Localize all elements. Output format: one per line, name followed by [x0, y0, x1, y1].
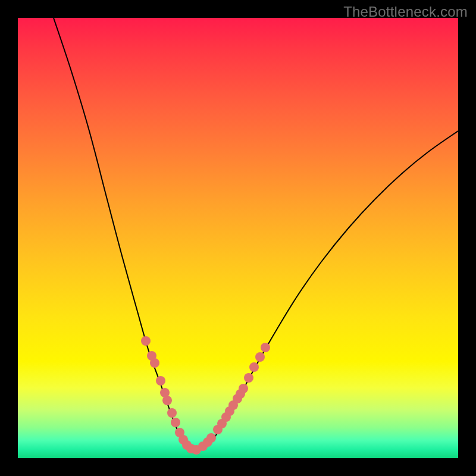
- data-dot: [206, 433, 216, 443]
- dots-layer: [18, 18, 458, 458]
- data-dot: [244, 373, 253, 383]
- data-dot: [255, 352, 265, 362]
- data-dot: [167, 408, 177, 418]
- data-dot: [261, 343, 270, 352]
- data-dot: [150, 358, 159, 368]
- data-dots-group: [141, 336, 270, 455]
- data-dot: [171, 418, 180, 427]
- data-dot: [162, 396, 172, 405]
- chart-frame: TheBottleneck.com: [0, 0, 476, 476]
- plot-area: [18, 18, 458, 458]
- data-dot: [249, 362, 259, 372]
- data-dot: [141, 336, 151, 346]
- data-dot: [156, 376, 165, 386]
- data-dot: [239, 384, 248, 393]
